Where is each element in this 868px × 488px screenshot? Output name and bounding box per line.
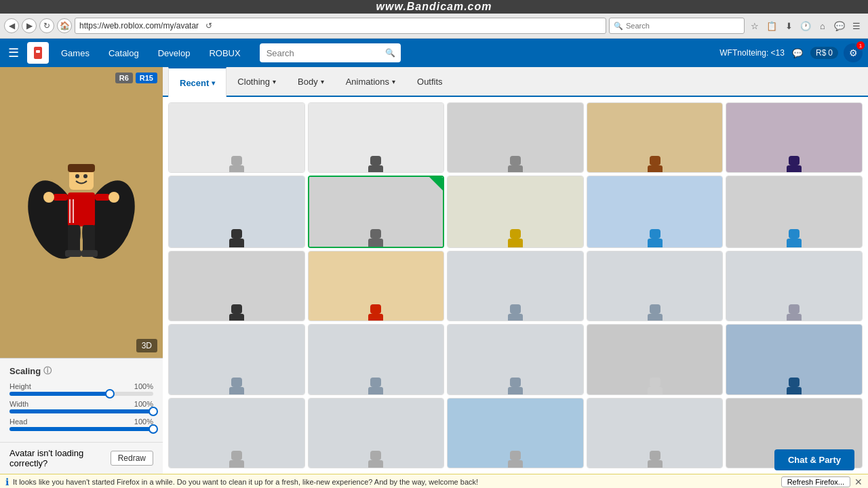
chat-icon-btn[interactable]: 💬 xyxy=(832,18,847,33)
item-card[interactable]: Ninjago Jay's M... xyxy=(726,324,863,394)
menu-button[interactable]: ☰ xyxy=(849,18,864,33)
nav-search-input[interactable] xyxy=(260,43,401,62)
item-card[interactable]: Man Face xyxy=(447,324,584,394)
roblox-logo[interactable] xyxy=(27,42,49,64)
redraw-section: Avatar isn't loading correctly? Redraw xyxy=(0,442,163,474)
item-card[interactable]: Top of the Univ... xyxy=(726,102,863,173)
svg-rect-136 xyxy=(648,460,663,468)
tab-outfits[interactable]: Outfits xyxy=(406,67,456,96)
home-button[interactable]: 🏠 xyxy=(57,18,72,33)
head-slider-thumb[interactable] xyxy=(149,424,158,434)
head-scaling-row: Head 100% xyxy=(9,418,153,431)
back-button[interactable]: ◀ xyxy=(4,18,19,33)
svg-rect-13 xyxy=(68,225,80,252)
browser-search-input[interactable] xyxy=(626,22,721,30)
nav-develop[interactable]: Develop xyxy=(151,39,197,67)
browser-search-bar[interactable]: 🔍 xyxy=(609,18,745,34)
svg-rect-75 xyxy=(370,304,381,314)
item-card[interactable]: Man Torso xyxy=(726,251,863,321)
item-thumbnail xyxy=(726,325,862,394)
item-card[interactable]: Black Jacket wi... xyxy=(168,176,305,247)
reload-button[interactable]: ↻ xyxy=(39,18,54,33)
item-card[interactable]: Man Left Leg xyxy=(168,324,305,394)
svg-rect-100 xyxy=(370,378,381,387)
item-selected-badge xyxy=(429,177,443,190)
robux-counter[interactable]: R$ 0 xyxy=(810,47,838,59)
item-card[interactable]: Man Right Arm xyxy=(447,251,584,321)
head-slider-fill xyxy=(9,427,153,431)
robux-icon: R$ xyxy=(816,48,826,58)
svg-rect-36 xyxy=(648,165,663,174)
tab-recent[interactable]: Recent▾ xyxy=(168,67,226,97)
svg-rect-45 xyxy=(231,229,242,239)
item-thumbnail xyxy=(726,251,862,321)
item-thumbnail xyxy=(309,103,444,173)
svg-rect-130 xyxy=(510,451,521,460)
item-card[interactable]: Man Left Arm xyxy=(587,251,724,321)
svg-rect-95 xyxy=(231,378,242,387)
item-card[interactable]: General pants p... xyxy=(168,102,305,173)
search-icon: 🔍 xyxy=(385,48,395,58)
address-bar[interactable]: https://web.roblox.com/my/avatar ↺ xyxy=(75,18,606,34)
item-thumbnail xyxy=(309,251,444,321)
info-icon: ⓘ xyxy=(43,365,52,377)
settings-button[interactable]: ⚙ 1 xyxy=(844,43,863,62)
item-card[interactable]: The Bird Says___... xyxy=(587,176,724,247)
item-card[interactable]: SemiTranspare... xyxy=(587,324,724,394)
bookmark-star-button[interactable]: ☆ xyxy=(747,18,762,33)
item-card[interactable]: AstroPax xyxy=(447,102,584,173)
svg-rect-135 xyxy=(650,451,660,460)
svg-rect-131 xyxy=(508,460,523,468)
item-card[interactable]: M3G4 Bot xyxy=(308,176,445,247)
view-3d-button[interactable]: 3D xyxy=(136,339,157,352)
item-thumbnail xyxy=(448,399,583,468)
height-value: 100% xyxy=(134,382,153,390)
downloads-button[interactable]: ⬇ xyxy=(781,18,796,33)
item-card[interactable]: Item 22 xyxy=(308,398,445,468)
tab-animations[interactable]: Animations▾ xyxy=(335,67,406,96)
width-slider-thumb[interactable] xyxy=(149,407,158,416)
nav-catalog[interactable]: Catalog xyxy=(102,39,146,67)
nav-robux[interactable]: ROBUX xyxy=(202,39,247,67)
item-thumbnail xyxy=(587,399,723,468)
item-card[interactable]: Item 21 xyxy=(168,398,305,468)
svg-rect-86 xyxy=(648,314,663,322)
item-card[interactable]: Item 24 xyxy=(587,398,724,468)
tab-body[interactable]: Body▾ xyxy=(287,67,335,96)
svg-rect-56 xyxy=(508,239,523,248)
refresh-firefox-button[interactable]: Refresh Firefox... xyxy=(781,476,850,487)
r6-badge[interactable]: R6 xyxy=(115,73,133,83)
redraw-button[interactable]: Redraw xyxy=(111,451,153,466)
item-card[interactable]: Item 23 xyxy=(447,398,584,468)
item-card[interactable]: Man Right Leg xyxy=(308,324,445,394)
browser-home-btn2[interactable]: ⌂ xyxy=(815,18,830,33)
item-thumbnail xyxy=(587,103,723,173)
item-card[interactable]: Star-Lord's Blas... xyxy=(168,251,305,321)
items-grid: General pants p... Check It AstroPax Bro… xyxy=(163,97,868,474)
item-card[interactable]: Brown Charmer... xyxy=(587,102,724,173)
chat-party-button[interactable]: Chat & Party xyxy=(774,449,854,470)
hamburger-menu[interactable]: ☰ xyxy=(5,43,22,63)
item-card[interactable]: Check It xyxy=(308,102,445,173)
item-thumbnail xyxy=(169,251,304,321)
svg-rect-50 xyxy=(370,229,381,239)
roblox-navbar: ☰ Games Catalog Develop ROBUX 🔍 WFTnoIte… xyxy=(0,39,868,67)
item-card[interactable]: Hunk's Energy C... xyxy=(447,176,584,247)
item-card[interactable]: Lance's Energy ... xyxy=(726,176,863,247)
avatar-viewport: R6 R15 xyxy=(0,67,163,358)
reading-list-button[interactable]: 📋 xyxy=(764,18,779,33)
history-button[interactable]: 🕐 xyxy=(798,18,813,33)
svg-rect-66 xyxy=(787,239,802,248)
svg-rect-80 xyxy=(510,304,521,314)
refresh-button[interactable]: ↺ xyxy=(201,18,216,33)
nav-chat-icon[interactable]: 💬 xyxy=(790,45,805,60)
height-slider-thumb[interactable] xyxy=(105,389,115,399)
tab-clothing[interactable]: Clothing▾ xyxy=(226,67,287,96)
nav-games[interactable]: Games xyxy=(54,39,96,67)
svg-rect-25 xyxy=(370,156,381,165)
height-scaling-row: Height 100% xyxy=(9,382,153,396)
forward-button[interactable]: ▶ xyxy=(22,18,37,33)
item-card[interactable]: Lightning McQu... xyxy=(308,251,445,321)
close-notification-button[interactable]: ✕ xyxy=(854,476,863,487)
r15-badge[interactable]: R15 xyxy=(136,73,157,83)
